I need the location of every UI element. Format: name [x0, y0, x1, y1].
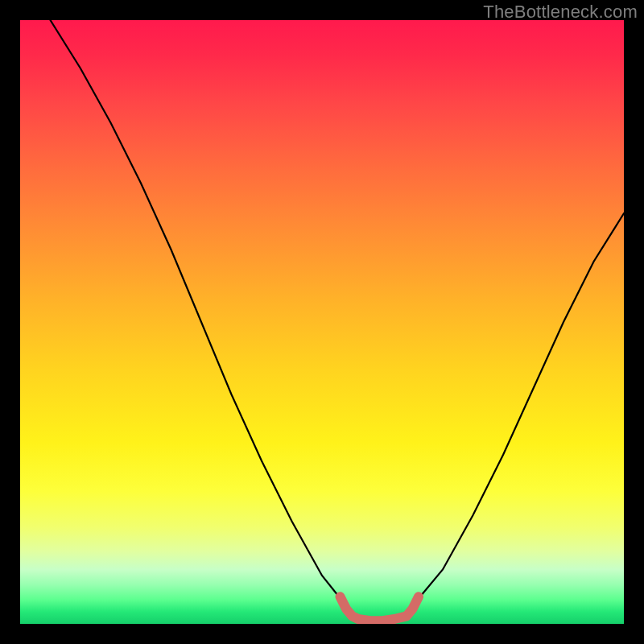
watermark-label: TheBottleneck.com [483, 2, 638, 23]
chart-frame: TheBottleneck.com [0, 0, 644, 644]
plot-area [20, 20, 624, 624]
curve-fit-band [341, 597, 419, 621]
curve-layer [20, 20, 624, 624]
curve-left-branch [51, 20, 347, 606]
curve-right-branch [413, 213, 625, 606]
